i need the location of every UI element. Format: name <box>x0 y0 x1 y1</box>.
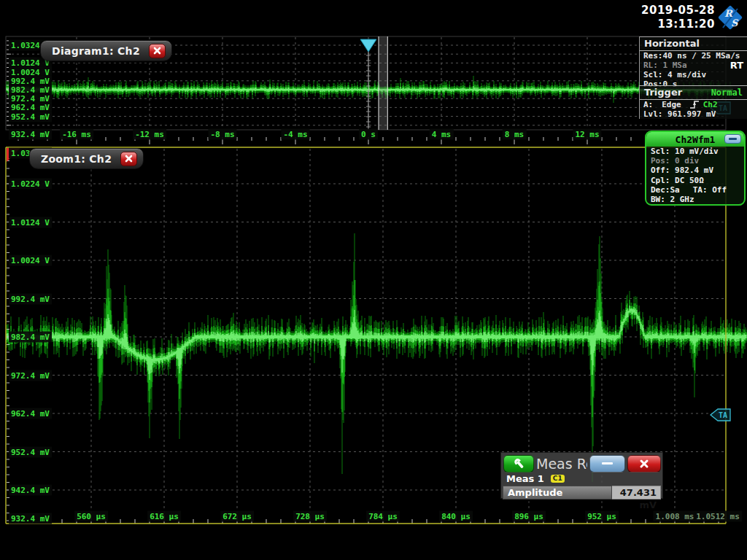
svg-text:S: S <box>731 18 739 28</box>
meas-item-row: Meas 1 C1 <box>501 472 662 484</box>
realtime-badge: RT <box>730 60 743 71</box>
zoom-region-indicator[interactable] <box>379 36 387 130</box>
meas-close-button[interactable] <box>627 455 661 472</box>
coupling-value: Cpl: DC 50Ω <box>651 176 704 185</box>
trigger-panel[interactable]: Trigger Normal A: Edge Ch2 Lvl: 961.997 … <box>639 85 747 119</box>
meas-result-row: Amplitude 47.431 mV <box>503 486 661 499</box>
datetime-display: 2019-05-28 13:11:20 <box>641 4 715 31</box>
resolution-value: Res:40 ns / 25 MSa/s <box>643 51 740 61</box>
zoom-x-ruler <box>18 515 719 524</box>
meas-item-label: Meas 1 <box>506 473 544 484</box>
close-icon <box>639 459 649 469</box>
trigger-position-marker[interactable] <box>360 39 376 52</box>
meas-minimize-button[interactable] <box>589 455 625 472</box>
trigger-analysis-value: TA: Off <box>693 185 727 195</box>
vscale-value: Scl: 10 mV/div <box>651 147 719 156</box>
ch2wfm1-signal-panel[interactable]: Ch2Wfm1 Scl: 10 mV/div Pos: 0 div Off: 9… <box>645 131 746 206</box>
close-diagram1-button[interactable] <box>149 44 166 58</box>
tab-zoom1[interactable]: Zoom1: Ch2 <box>29 148 144 169</box>
date-label: 2019-05-28 <box>641 4 715 18</box>
minimize-icon[interactable] <box>724 134 741 144</box>
overview-waveform-ch2 <box>7 76 732 104</box>
trigger-source-label: Ch2 <box>703 100 718 109</box>
ch2wfm1-header: Ch2Wfm1 <box>646 132 744 147</box>
rising-edge-icon <box>689 100 700 109</box>
meas-popup-header: Meas Res <box>501 453 662 472</box>
close-icon <box>152 46 162 55</box>
rohde-schwarz-logo: R S <box>715 1 746 34</box>
ch2wfm1-title-label: Ch2Wfm1 <box>676 134 716 145</box>
selected-diagram-corner-marker <box>7 148 20 162</box>
decimation-value: Dec:Sa <box>651 185 680 195</box>
bandwidth-value: BW: 2 GHz <box>651 195 694 204</box>
vposition-value: Pos: 0 div <box>651 156 699 166</box>
meas-source-badge: C1 <box>551 475 565 483</box>
tab-diagram1-label: Diagram1: Ch2 <box>52 45 140 57</box>
tab-diagram1[interactable]: Diagram1: Ch2 <box>40 40 172 61</box>
trigger-mode-label: Normal <box>711 88 743 98</box>
record-length-value: RL: 1 MSa <box>643 61 687 70</box>
zoom-y-ruler <box>7 153 12 521</box>
close-zoom1-button[interactable] <box>120 152 137 166</box>
overview-x-ruler <box>18 137 719 144</box>
meas-value-cell: 47.431 mV <box>612 486 661 499</box>
trigger-title-label: Trigger <box>644 87 682 98</box>
measurement-results-popup[interactable]: Meas Res Meas 1 C1 Amplitude 47.431 mV <box>500 452 663 499</box>
trigger-a-label: A: <box>643 100 653 109</box>
zoom-waveform-ch2 <box>7 233 746 482</box>
close-icon <box>124 154 133 163</box>
hscale-value: Scl: 4 ms/div <box>643 70 706 79</box>
time-label: 13:11:20 <box>641 18 715 31</box>
trigger-panel-title: Trigger Normal <box>640 86 747 100</box>
meas-popup-title: Meas Res <box>536 456 587 472</box>
trigger-level-value: Lvl: 961.997 mV <box>643 109 716 119</box>
oscilloscope-screen: TATA 1.0324 V1.0124 V1.0024 V992.4 mV982… <box>0 0 747 560</box>
trigger-type-label: Edge <box>662 100 681 109</box>
horizontal-title-label: Horizontal <box>644 38 700 49</box>
horizontal-panel[interactable]: Horizontal Res:40 ns / 25 MSa/s RL: 1 MS… <box>639 36 747 89</box>
trigger-level-marker-ta[interactable]: TA <box>711 409 730 421</box>
svg-text:TA: TA <box>719 411 727 419</box>
meas-settings-button[interactable] <box>503 455 534 472</box>
minimize-icon <box>602 462 613 464</box>
offset-value: Off: 982.4 mV <box>651 166 713 175</box>
tab-zoom1-label: Zoom1: Ch2 <box>41 153 112 165</box>
horizontal-panel-title: Horizontal <box>640 37 747 51</box>
wrench-icon <box>510 456 527 470</box>
meas-type-cell[interactable]: Amplitude <box>503 486 612 499</box>
